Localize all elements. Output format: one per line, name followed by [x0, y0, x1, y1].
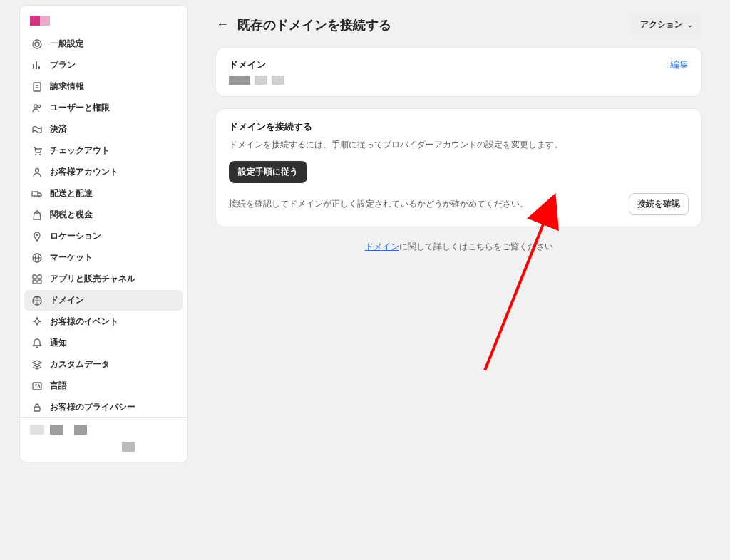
svg-rect-17: [33, 383, 41, 390]
bag-icon: [31, 209, 43, 221]
chevron-down-icon: ⌄: [687, 21, 693, 28]
domain-label: ドメイン: [229, 59, 266, 71]
domain-icon: [31, 295, 43, 306]
svg-rect-15: [38, 280, 41, 284]
sidebar-item-lang[interactable]: 言語: [24, 375, 183, 396]
sidebar-item-globe[interactable]: マーケット: [24, 247, 183, 268]
svg-point-7: [34, 195, 35, 197]
svg-point-1: [34, 104, 37, 107]
account-icon: [31, 167, 43, 178]
svg-rect-14: [33, 280, 36, 284]
svg-rect-12: [33, 275, 36, 279]
svg-rect-13: [38, 275, 41, 279]
globe-icon: [31, 252, 43, 264]
gear-icon: [31, 38, 43, 50]
sidebar-item-label: カスタムデータ: [50, 358, 110, 370]
sidebar-item-label: お客様のプライバシー: [50, 401, 135, 413]
brand-block: [20, 6, 187, 33]
sidebar-item-bell[interactable]: 通知: [24, 333, 183, 353]
sidebar-item-bag[interactable]: 関税と税金: [24, 204, 183, 225]
sidebar-item-truck[interactable]: 配送と配達: [24, 183, 183, 204]
sidebar-item-label: お客様アカウント: [50, 166, 118, 178]
edit-link[interactable]: 編集: [670, 59, 689, 71]
help-rest: に関して詳しくはこちらをご覧ください: [399, 242, 553, 252]
stack-icon: [31, 359, 43, 370]
lang-icon: [31, 380, 43, 392]
back-arrow-icon[interactable]: ←: [216, 17, 229, 32]
help-text: ドメインに関して詳しくはこちらをご覧ください: [216, 241, 701, 253]
sidebar-item-label: 言語: [50, 380, 67, 392]
domain-value-redacted: [229, 76, 689, 85]
sidebar-item-label: アプリと販売チャネル: [50, 273, 135, 285]
sidebar-item-gear[interactable]: 一般設定: [24, 33, 183, 54]
sidebar-item-users[interactable]: ユーザーと権限: [24, 98, 183, 118]
spark-icon: [31, 316, 43, 328]
pin-icon: [31, 231, 43, 242]
sidebar-item-label: ユーザーと権限: [50, 102, 110, 114]
sidebar-item-pin[interactable]: ロケーション: [24, 226, 183, 247]
svg-point-4: [39, 154, 41, 155]
sidebar-nav: 一般設定プラン請求情報ユーザーと権限決済チェックアウトお客様アカウント配送と配達…: [20, 33, 187, 417]
actions-dropdown-button[interactable]: アクション ⌄: [632, 14, 701, 35]
svg-point-2: [38, 105, 40, 107]
svg-rect-6: [32, 192, 38, 196]
sidebar-item-label: プラン: [50, 59, 76, 71]
svg-point-8: [38, 195, 40, 197]
settings-sidebar: 一般設定プラン請求情報ユーザーと権限決済チェックアウトお客様アカウント配送と配達…: [20, 6, 187, 462]
payment-icon: [31, 124, 43, 135]
svg-rect-18: [34, 407, 40, 411]
sidebar-item-apps[interactable]: アプリと販売チャネル: [24, 269, 183, 289]
sidebar-item-label: チェックアウト: [50, 145, 110, 157]
verify-connection-button[interactable]: 接続を確認: [629, 193, 689, 215]
sidebar-item-domain[interactable]: ドメイン: [24, 290, 183, 311]
sidebar-item-spark[interactable]: お客様のイベント: [24, 311, 183, 332]
sidebar-item-chart[interactable]: プラン: [24, 55, 183, 76]
sidebar-item-label: 関税と税金: [50, 209, 93, 221]
follow-steps-button[interactable]: 設定手順に従う: [229, 161, 307, 183]
sidebar-footer: [20, 417, 187, 462]
cart-icon: [31, 145, 43, 157]
sidebar-item-label: ロケーション: [50, 230, 101, 242]
svg-point-9: [36, 234, 38, 236]
sidebar-item-label: マーケット: [50, 252, 93, 264]
svg-rect-0: [34, 83, 41, 91]
bell-icon: [31, 338, 43, 349]
sidebar-item-label: 決済: [50, 123, 67, 135]
truck-icon: [31, 188, 43, 199]
domain-card: ドメイン 編集: [216, 48, 701, 96]
sidebar-item-invoice[interactable]: 請求情報: [24, 76, 183, 97]
actions-label: アクション: [640, 19, 683, 31]
sidebar-item-payment[interactable]: 決済: [24, 119, 183, 140]
sidebar-item-account[interactable]: お客様アカウント: [24, 162, 183, 182]
svg-point-3: [35, 154, 36, 155]
sidebar-item-label: 配送と配達: [50, 187, 93, 199]
chart-icon: [31, 60, 43, 71]
sidebar-item-label: お客様のイベント: [50, 316, 118, 328]
sidebar-item-label: 通知: [50, 337, 67, 349]
sidebar-item-stack[interactable]: カスタムデータ: [24, 354, 183, 375]
help-link[interactable]: ドメイン: [365, 242, 399, 252]
sidebar-item-label: ドメイン: [50, 294, 84, 306]
invoice-icon: [31, 81, 43, 93]
connect-desc: ドメインを接続するには、手順に従ってプロバイダーアカウントの設定を変更します。: [229, 139, 689, 151]
sidebar-item-lock[interactable]: お客様のプライバシー: [24, 397, 183, 417]
connect-card: ドメインを接続する ドメインを接続するには、手順に従ってプロバイダーアカウントの…: [216, 109, 701, 227]
connect-title: ドメインを接続する: [229, 120, 689, 133]
svg-point-5: [36, 168, 39, 172]
sidebar-item-label: 一般設定: [50, 38, 84, 50]
sidebar-item-label: 請求情報: [50, 81, 84, 93]
page-title: 既存のドメインを接続する: [237, 16, 623, 33]
main-content: ← 既存のドメインを接続する アクション ⌄ ドメイン 編集 ドメインを接続する…: [187, 6, 730, 560]
verify-desc: 接続を確認してドメインが正しく設定されているかどうか確かめてください。: [229, 198, 619, 210]
apps-icon: [31, 274, 43, 285]
sidebar-item-cart[interactable]: チェックアウト: [24, 140, 183, 161]
lock-icon: [31, 402, 43, 413]
users-icon: [31, 103, 43, 114]
